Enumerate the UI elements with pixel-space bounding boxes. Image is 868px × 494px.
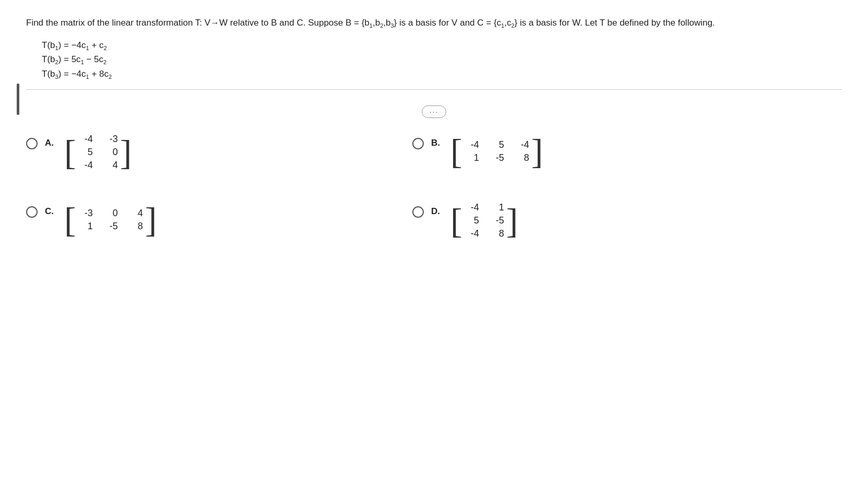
matrix-a-r3c1: -4 — [78, 160, 93, 171]
bracket-left-c: [ — [64, 202, 76, 238]
matrix-b-r1c2: 5 — [490, 139, 504, 150]
label-a: A. — [45, 138, 54, 148]
matrix-b: [ -4 5 -4 1 -5 8 ] — [450, 134, 543, 169]
bracket-left-a: [ — [64, 135, 76, 170]
matrix-b-r2c2: -5 — [490, 152, 504, 163]
matrix-c: [ -3 0 4 1 -5 8 ] — [64, 202, 157, 238]
matrix-a-row-2: 5 0 — [78, 147, 118, 158]
matrix-a-r2c1: 5 — [78, 147, 93, 158]
matrix-a-row-3: -4 4 — [78, 160, 118, 171]
matrix-body-a: -4 -3 5 0 -4 4 — [78, 134, 118, 171]
answer-option-a: A. [ -4 -3 5 0 -4 4 ] — [26, 134, 371, 171]
matrix-body-c: -3 0 4 1 -5 8 — [78, 208, 143, 232]
radio-b[interactable] — [412, 138, 424, 149]
left-accent-bar — [17, 84, 19, 115]
matrix-a-r3c2: 4 — [103, 160, 118, 171]
question-main-text: Find the matrix of the linear transforma… — [26, 16, 842, 31]
matrix-c-r2c3: 8 — [128, 221, 143, 232]
answers-grid: A. [ -4 -3 5 0 -4 4 ] — [26, 134, 757, 239]
matrix-c-row-2: 1 -5 8 — [78, 221, 143, 232]
transform-line-2: T(b2) = 5c1 − 5c2 — [42, 54, 842, 65]
transform-3-text: T(b3) = −4c1 + 8c2 — [42, 69, 112, 80]
matrix-d-r1c2: 1 — [490, 202, 504, 213]
radio-a[interactable] — [26, 138, 38, 149]
radio-d[interactable] — [412, 206, 424, 218]
matrix-c-r2c2: -5 — [103, 221, 118, 232]
matrix-b-r2c1: 1 — [465, 152, 479, 163]
matrix-b-row-2: 1 -5 8 — [465, 152, 529, 163]
bracket-right-c: ] — [145, 202, 157, 238]
matrix-d-row-2: 5 -5 — [465, 215, 504, 226]
matrix-b-r2c3: 8 — [515, 152, 529, 163]
matrix-b-row-1: -4 5 -4 — [465, 139, 529, 150]
bracket-left-b: [ — [450, 134, 462, 169]
label-b: B. — [431, 138, 440, 148]
matrix-a-r1c1: -4 — [78, 134, 93, 145]
matrix-c-r1c3: 4 — [128, 208, 143, 219]
transform-line-3: T(b3) = −4c1 + 8c2 — [42, 69, 842, 80]
matrix-a-r1c2: -3 — [103, 134, 118, 145]
bracket-right-d: ] — [506, 203, 518, 239]
more-button[interactable]: ··· — [422, 105, 447, 118]
transforms-section: T(b1) = −4c1 + c2 T(b2) = 5c1 − 5c2 T(b3… — [42, 40, 842, 80]
divider — [26, 89, 842, 90]
transform-line-1: T(b1) = −4c1 + c2 — [42, 40, 842, 51]
more-button-container: ··· — [26, 105, 842, 118]
matrix-d-r1c1: -4 — [465, 202, 479, 213]
matrix-b-r1c1: -4 — [465, 139, 479, 150]
matrix-body-d: -4 1 5 -5 -4 8 — [465, 202, 504, 239]
bracket-left-d: [ — [450, 203, 462, 239]
bracket-right-b: ] — [531, 134, 543, 169]
matrix-a-row-1: -4 -3 — [78, 134, 118, 145]
matrix-d-row-3: -4 8 — [465, 228, 504, 239]
matrix-d-row-1: -4 1 — [465, 202, 504, 213]
matrix-body-b: -4 5 -4 1 -5 8 — [465, 139, 529, 163]
matrix-c-row-1: -3 0 4 — [78, 208, 143, 219]
matrix-d-r2c2: -5 — [490, 215, 504, 226]
matrix-b-r1c3: -4 — [515, 139, 529, 150]
matrix-c-r1c2: 0 — [103, 208, 118, 219]
answer-option-b: B. [ -4 5 -4 1 -5 8 ] — [412, 134, 757, 171]
bracket-right-a: ] — [120, 135, 132, 170]
matrix-d: [ -4 1 5 -5 -4 8 ] — [450, 202, 518, 239]
label-c: C. — [45, 206, 54, 217]
page-wrapper: Find the matrix of the linear transforma… — [26, 16, 842, 239]
matrix-c-r2c1: 1 — [78, 221, 93, 232]
matrix-d-r3c2: 8 — [490, 228, 504, 239]
radio-c[interactable] — [26, 206, 38, 218]
answer-option-c: C. [ -3 0 4 1 -5 8 ] — [26, 202, 371, 239]
matrix-d-r3c1: -4 — [465, 228, 479, 239]
transform-1-text: T(b1) = −4c1 + c2 — [42, 40, 107, 51]
transform-2-text: T(b2) = 5c1 − 5c2 — [42, 54, 106, 65]
matrix-d-r2c1: 5 — [465, 215, 479, 226]
matrix-c-r1c1: -3 — [78, 208, 93, 219]
matrix-a-r2c2: 0 — [103, 147, 118, 158]
matrix-a: [ -4 -3 5 0 -4 4 ] — [64, 134, 132, 171]
answer-option-d: D. [ -4 1 5 -5 -4 8 ] — [412, 202, 757, 239]
label-d: D. — [431, 206, 440, 217]
